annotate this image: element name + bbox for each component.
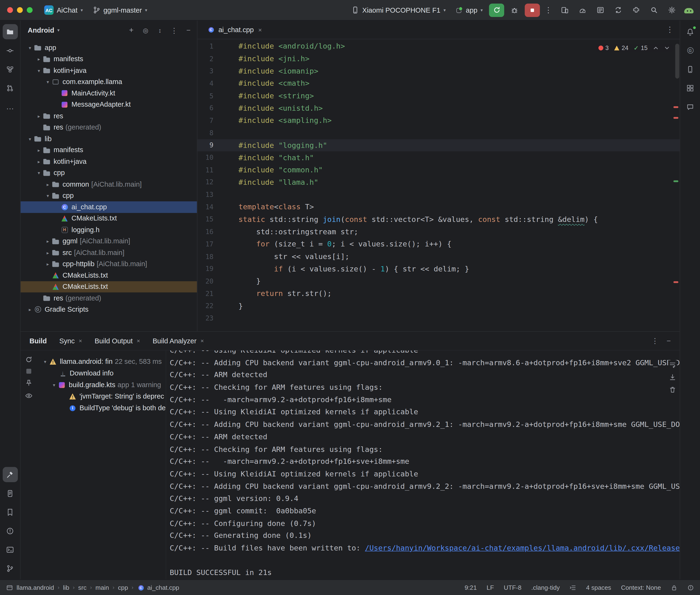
error-count[interactable]: 3 — [598, 45, 609, 51]
tree-item-cpp[interactable]: ▾cpp — [21, 167, 197, 178]
bookmarks-tool-button[interactable] — [2, 505, 18, 520]
panel-options-button[interactable]: ⋮ — [170, 26, 178, 35]
tree-item-ai-chat-cpp[interactable]: ai_chat.cpp — [21, 201, 197, 213]
tree-item-ggml[interactable]: ▸ggml [AiChat.lib.main] — [21, 235, 197, 247]
tree-item-manifests[interactable]: ▸manifests — [21, 144, 197, 156]
project-selector[interactable]: AC AiChat ▾ — [41, 3, 86, 17]
gradle-tool-button[interactable] — [682, 43, 698, 58]
warning-count[interactable]: 24 — [614, 45, 628, 51]
change-stripe-mark[interactable] — [674, 180, 678, 182]
code-line[interactable]: 16 std::ostringstream str; — [197, 225, 680, 238]
project-tool-button[interactable] — [2, 24, 18, 39]
line-number[interactable]: 15 — [197, 216, 214, 224]
device-selector[interactable]: Xiaomi POCOPHONE F1 ▾ — [348, 4, 449, 17]
inspections-widget[interactable]: 3 24 ✓15 — [595, 44, 672, 52]
line-number[interactable]: 8 — [197, 129, 214, 137]
code-line[interactable]: 5#include <string> — [197, 89, 680, 102]
close-tab-icon[interactable]: × — [79, 338, 82, 344]
line-number[interactable]: 21 — [197, 289, 214, 298]
rerun-app-button[interactable] — [489, 3, 504, 17]
project-view-selector[interactable]: Android — [28, 26, 54, 34]
editor-options-button[interactable]: ⋮ — [665, 25, 675, 34]
build-options-button[interactable]: ⋮ — [651, 337, 659, 345]
tree-item-com-example-llama[interactable]: ▾com.example.llama — [21, 76, 197, 88]
build-tree-item[interactable]: ▾llama.android: fin22 sec, 583 ms — [37, 356, 166, 367]
line-number[interactable]: 20 — [197, 277, 214, 285]
profiler-button[interactable] — [575, 3, 590, 17]
clear-all-button[interactable] — [669, 386, 676, 393]
prev-problem-button[interactable] — [653, 45, 659, 51]
code-line[interactable]: 13 — [197, 189, 680, 201]
vcs-branch-selector[interactable]: ggml-master ▾ — [89, 4, 151, 17]
code-line[interactable]: 15static std::string join(const std::vec… — [197, 213, 680, 226]
more-run-options-button[interactable]: ⋮ — [542, 5, 554, 15]
structure-tool-button[interactable] — [2, 62, 18, 77]
code-line[interactable]: 23 — [197, 312, 680, 324]
stop-sync-button[interactable] — [26, 369, 31, 374]
tree-item-res[interactable]: res (generated) — [21, 292, 197, 304]
status-item-context-none[interactable]: Context: None — [621, 584, 661, 591]
stop-app-button[interactable] — [525, 3, 540, 17]
tree-item-cpp-httplib[interactable]: ▸cpp-httplib [AiChat.lib.main] — [21, 258, 197, 270]
chevron-right-icon[interactable]: ▸ — [44, 182, 52, 187]
close-tab-icon[interactable]: × — [258, 26, 262, 33]
expand-collapse-button[interactable]: ↕ — [156, 27, 164, 34]
line-number[interactable]: 12 — [197, 178, 214, 187]
code-line[interactable]: 17 for (size_t i = 0; i < values.size();… — [197, 238, 680, 250]
code-line[interactable]: 20 } — [197, 275, 680, 287]
line-number[interactable]: 22 — [197, 302, 214, 310]
typo-count[interactable]: ✓15 — [634, 45, 648, 51]
problems-tool-button[interactable] — [2, 523, 18, 539]
build-tree-item[interactable]: BuildType 'debug' is both de — [37, 402, 166, 414]
tree-item-res[interactable]: ▸res — [21, 110, 197, 122]
breadcrumb-item-ai-chat-cpp[interactable]: ai_chat.cpp — [137, 584, 179, 591]
scroll-to-end-button[interactable] — [669, 374, 676, 381]
line-number[interactable]: 1 — [197, 42, 214, 51]
line-number[interactable]: 7 — [197, 116, 214, 124]
close-tab-icon[interactable]: × — [200, 338, 204, 344]
build-console[interactable]: C/C++: -- Using KleidiAI optimized kerne… — [166, 350, 680, 579]
terminal-tool-button[interactable] — [2, 542, 18, 557]
minimize-window-button[interactable] — [17, 7, 23, 13]
line-number[interactable]: 10 — [197, 153, 214, 162]
line-number[interactable]: 6 — [197, 104, 214, 112]
line-number[interactable]: 11 — [197, 166, 214, 174]
code-line[interactable]: 12#include "llama.h" — [197, 176, 680, 189]
code-editor[interactable]: 1#include <android/log.h>2#include <jni.… — [197, 39, 680, 331]
tree-item-lib[interactable]: ▾lib — [21, 133, 197, 144]
code-line[interactable]: 6#include <unistd.h> — [197, 102, 680, 114]
chevron-right-icon[interactable]: ▸ — [35, 147, 43, 153]
build-tree-item[interactable]: ▾build.gradle.ktsapp 1 warning — [37, 379, 166, 391]
chevron-down-icon[interactable]: ▾ — [50, 382, 58, 388]
tree-item-common[interactable]: ▸common [AiChat.lib.main] — [21, 178, 197, 190]
line-number[interactable]: 5 — [197, 92, 214, 100]
code-line[interactable]: 21 return str.str(); — [197, 287, 680, 300]
hide-build-panel-button[interactable]: − — [667, 337, 671, 345]
chevron-right-icon[interactable]: ▸ — [35, 159, 43, 164]
line-number[interactable]: 13 — [197, 191, 214, 199]
code-line[interactable]: 8 — [197, 127, 680, 139]
chevron-down-icon[interactable]: ▾ — [26, 45, 34, 51]
breadcrumb-item-lib[interactable]: lib — [63, 584, 69, 591]
line-number[interactable]: 23 — [197, 314, 214, 322]
commit-tool-button[interactable] — [2, 43, 18, 58]
editor-scrollbar[interactable] — [675, 44, 679, 79]
next-problem-button[interactable] — [664, 45, 670, 51]
app-inspection-button[interactable] — [593, 3, 608, 17]
tree-item-kotlin-java[interactable]: ▾kotlin+java — [21, 65, 197, 76]
tree-item-messageadapter-kt[interactable]: MessageAdapter.kt — [21, 99, 197, 110]
build-tree-item[interactable]: 'jvmTarget: String' is deprec — [37, 391, 166, 402]
chevron-down-icon[interactable]: ▾ — [44, 193, 52, 198]
code-line[interactable]: 3#include <iomanip> — [197, 65, 680, 77]
locate-file-button[interactable]: ◎ — [141, 27, 149, 34]
zoom-window-button[interactable] — [27, 7, 33, 13]
error-stripe-mark[interactable] — [674, 106, 678, 108]
status-item-9-21[interactable]: 9:21 — [465, 584, 477, 591]
version-control-tool-button[interactable] — [2, 561, 18, 576]
editor-tab-ai-chat-cpp[interactable]: ai_chat.cpp × — [202, 21, 268, 39]
logcat-tool-button[interactable] — [2, 486, 18, 501]
tree-item-cmakelists-txt[interactable]: CMakeLists.txt — [21, 270, 197, 281]
code-line[interactable]: 9#include "logging.h" — [197, 139, 680, 151]
line-number[interactable]: 4 — [197, 80, 214, 88]
status-item-lf[interactable]: LF — [486, 584, 494, 591]
